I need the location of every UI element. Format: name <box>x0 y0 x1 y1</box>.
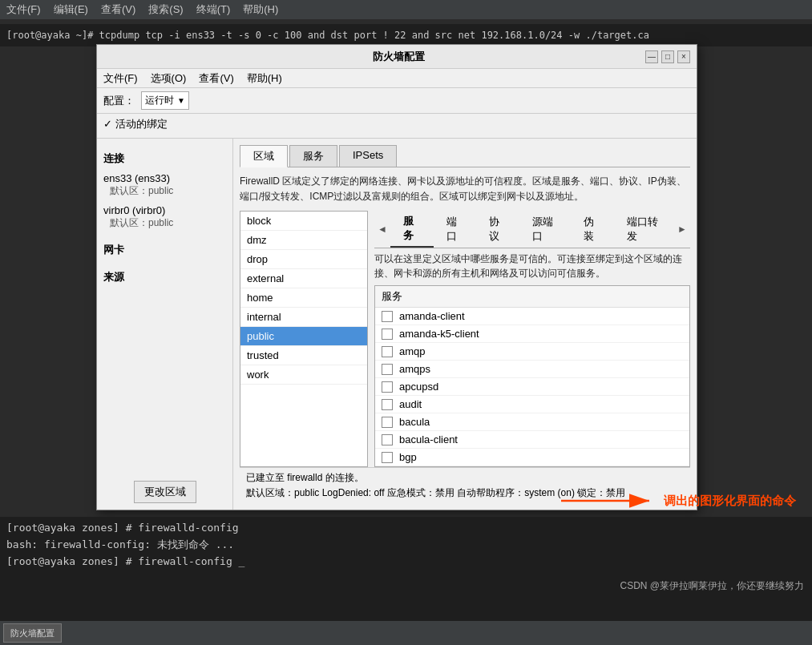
tab-right-arrow[interactable]: ► <box>674 222 690 236</box>
service-bacula-label: bacula <box>399 416 430 428</box>
services-tab-ports[interactable]: 端口 <box>434 212 477 247</box>
active-bindings-header: ✓ 活动的绑定 <box>103 117 690 131</box>
zone-block[interactable]: block <box>240 212 367 231</box>
terminal-menu-help[interactable]: 帮助(H) <box>243 2 278 17</box>
services-description: 可以在这里定义区域中哪些服务是可信的。可连接至绑定到这个区域的连接、网卡和源的所… <box>374 252 690 280</box>
tab-services[interactable]: 服务 <box>289 145 337 167</box>
services-tab-portforward[interactable]: 端口转发 <box>614 212 674 247</box>
services-tab-srcport[interactable]: 源端口 <box>519 212 571 247</box>
taskbar: 防火墙配置 <box>0 621 812 645</box>
terminal-menu-file[interactable]: 文件(F) <box>6 2 41 17</box>
terminal-menubar: 文件(F) 编辑(E) 查看(V) 搜索(S) 终端(T) 帮助(H) <box>0 0 812 19</box>
service-amanda-client-checkbox[interactable] <box>382 311 393 322</box>
dialog-main: 连接 ens33 (ens33) 默认区：public virbr0 (virb… <box>97 139 697 510</box>
services-list-container[interactable]: 服务 amanda-client amanda-k5-client amqp <box>374 285 690 467</box>
tab-left-arrow[interactable]: ◄ <box>374 222 390 236</box>
dialog-menubar: 文件(F) 选项(O) 查看(V) 帮助(H) <box>97 69 697 88</box>
zone-list[interactable]: block dmz drop external home internal pu… <box>240 211 368 467</box>
sidebar-virbr0[interactable]: virbr0 (virbr0) 默认区：public <box>103 204 226 230</box>
service-bacula-client[interactable]: bacula-client <box>375 431 689 449</box>
terminal-line-3: [root@ayaka zones] # firewall-config _ <box>6 554 806 570</box>
service-apcupsd-checkbox[interactable] <box>382 381 393 393</box>
virbr0-default: 默认区：public <box>103 216 226 230</box>
services-list-header: 服务 <box>375 286 689 308</box>
service-amqps[interactable]: amqps <box>375 361 689 378</box>
titlebar-buttons: — □ × <box>645 50 690 63</box>
service-amqps-label: amqps <box>399 363 430 375</box>
network-section-label: 网卡 <box>103 243 226 257</box>
service-amanda-k5-client-label: amanda-k5-client <box>399 328 479 340</box>
sidebar-ens33[interactable]: ens33 (ens33) 默认区：public <box>103 172 226 198</box>
annotation-arrow-icon <box>561 489 657 513</box>
connection-status: 已建立至 firewalld 的连接。 <box>246 471 684 485</box>
toolbar-config-label: 配置： <box>103 94 135 108</box>
minimize-button[interactable]: — <box>645 50 658 63</box>
zone-dmz[interactable]: dmz <box>240 231 367 250</box>
service-bacula-checkbox[interactable] <box>382 417 393 428</box>
change-zone-button[interactable]: 更改区域 <box>134 481 196 503</box>
services-tab-protocol[interactable]: 协议 <box>476 212 519 247</box>
service-audit-checkbox[interactable] <box>382 399 393 410</box>
service-bgp-label: bgp <box>399 451 417 463</box>
zone-public[interactable]: public <box>240 327 367 346</box>
services-tab-masquerade[interactable]: 伪装 <box>571 212 614 247</box>
zone-description: FirewallD 区域定义了绑定的网络连接、网卡以及源地址的可信程度。区域是服… <box>240 174 690 204</box>
terminal-menu-terminal[interactable]: 终端(T) <box>196 2 231 17</box>
service-amanda-k5-client-checkbox[interactable] <box>382 329 393 340</box>
runtime-select[interactable]: 运行时 ▼ <box>141 91 189 110</box>
taskbar-item-firewall[interactable]: 防火墙配置 <box>3 623 62 643</box>
zone-drop[interactable]: drop <box>240 250 367 269</box>
zone-work[interactable]: work <box>240 365 367 385</box>
menu-view[interactable]: 查看(V) <box>199 71 233 86</box>
service-audit-label: audit <box>399 398 422 410</box>
source-section-label: 来源 <box>103 270 226 284</box>
zone-external[interactable]: external <box>240 269 367 288</box>
menu-help[interactable]: 帮助(H) <box>247 71 282 86</box>
connection-section-label: 连接 <box>103 151 226 166</box>
content-area: 区域 服务 IPSets FirewallD 区域定义了绑定的网络连接、网卡以及… <box>233 139 697 510</box>
menu-options[interactable]: 选项(O) <box>151 71 187 86</box>
zone-home[interactable]: home <box>240 288 367 308</box>
main-tab-bar: 区域 服务 IPSets <box>240 145 690 167</box>
menu-file[interactable]: 文件(F) <box>103 71 138 86</box>
tab-ipsets[interactable]: IPSets <box>339 145 397 167</box>
service-amqp-label: amqp <box>399 345 426 357</box>
service-amanda-client-label: amanda-client <box>399 310 465 322</box>
close-button[interactable]: × <box>677 50 690 63</box>
terminal-line-1: [root@ayaka zones] # firewalld-config <box>6 520 806 537</box>
service-bacula-client-checkbox[interactable] <box>382 434 393 445</box>
terminal-line-2: bash: firewalld-config: 未找到命令 ... <box>6 537 806 554</box>
zone-trusted[interactable]: trusted <box>240 346 367 365</box>
service-audit[interactable]: audit <box>375 396 689 413</box>
services-tab-services[interactable]: 服务 <box>390 211 434 248</box>
service-amqp[interactable]: amqp <box>375 343 689 361</box>
service-apcupsd-label: apcupsd <box>399 381 438 393</box>
watermark: CSDN @莱伊拉啊莱伊拉，你还要继续努力 <box>620 579 804 593</box>
virbr0-name: virbr0 (virbr0) <box>103 204 226 216</box>
zone-internal[interactable]: internal <box>240 308 367 327</box>
select-arrow-icon: ▼ <box>177 96 185 105</box>
service-amanda-client[interactable]: amanda-client <box>375 308 689 325</box>
service-amqp-checkbox[interactable] <box>382 346 393 357</box>
service-apcupsd[interactable]: apcupsd <box>375 378 689 396</box>
tab-zones[interactable]: 区域 <box>240 145 288 167</box>
ens33-default: 默认区：public <box>103 184 226 198</box>
terminal-menu-edit[interactable]: 编辑(E) <box>54 2 88 17</box>
service-amanda-k5-client[interactable]: amanda-k5-client <box>375 325 689 343</box>
restore-button[interactable]: □ <box>661 50 674 63</box>
ens33-name: ens33 (ens33) <box>103 172 226 184</box>
services-tab-bar: ◄ 服务 端口 协议 源端口 伪装 端口转发 ► <box>374 211 690 248</box>
sidebar: 连接 ens33 (ens33) 默认区：public virbr0 (virb… <box>97 139 233 510</box>
service-bgp-checkbox[interactable] <box>382 452 393 463</box>
dialog-title: 防火墙配置 <box>151 50 645 64</box>
active-bindings: ✓ 活动的绑定 <box>97 114 697 139</box>
terminal-menu-search[interactable]: 搜索(S) <box>148 2 183 17</box>
annotation-text: 调出的图形化界面的命令 <box>664 494 796 509</box>
terminal-top-command: [root@ayaka ~]# tcpdump tcp -i ens33 -t … <box>0 24 812 46</box>
service-bacula[interactable]: bacula <box>375 413 689 431</box>
service-amqps-checkbox[interactable] <box>382 364 393 375</box>
terminal-menu-view[interactable]: 查看(V) <box>101 2 135 17</box>
service-bgp[interactable]: bgp <box>375 449 689 466</box>
service-bacula-client-label: bacula-client <box>399 433 458 445</box>
annotation: 调出的图形化界面的命令 <box>561 489 796 513</box>
